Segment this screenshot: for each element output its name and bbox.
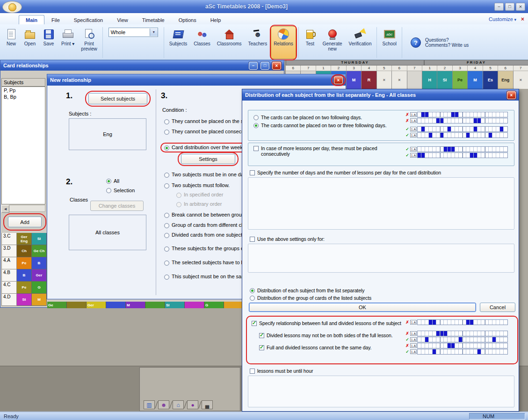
condition-option[interactable]: They cannot be placed on the s (164, 118, 244, 124)
timetable-card[interactable] (106, 302, 126, 308)
close-icon[interactable] (507, 91, 516, 99)
radio-cards-cannot-two-three-days[interactable]: The cards cannot be placed on two or thr… (253, 123, 387, 129)
timetable-card[interactable]: Ch (17, 245, 32, 257)
settings-button[interactable]: Settings (181, 154, 235, 164)
condition-option[interactable]: The selected subjects have to b (164, 260, 244, 266)
close-icon[interactable] (516, 3, 525, 11)
checkbox-full-divided-not-same-day[interactable]: Full and divided lessons cannot be the s… (259, 345, 371, 351)
classes-button[interactable]: Classes (191, 26, 213, 59)
teachers-button[interactable]: Teachers (246, 26, 270, 59)
timetable-card[interactable]: Pe (453, 71, 468, 89)
condition-option[interactable]: Break cannot be between group (164, 212, 245, 218)
timetable-card[interactable] (67, 302, 87, 308)
checkbox-divided-not-both-sides[interactable]: Divided lessons may not be on both sides… (259, 333, 393, 339)
print-button[interactable]: Print ▾ (58, 26, 77, 59)
timetable-card[interactable] (185, 302, 204, 308)
timetable-card[interactable]: M (468, 71, 483, 89)
checkbox-full-divided-relationship[interactable]: Specify relationship between full and di… (252, 320, 401, 326)
timetable-card[interactable]: Es (483, 71, 498, 89)
checkbox-use-above[interactable]: Use the above settings only for: (250, 236, 325, 242)
print-preview-button[interactable]: Print preview (78, 26, 100, 59)
view-selector-dropdown[interactable]: Whole (108, 28, 158, 37)
timetable-card[interactable]: Ger (32, 269, 47, 282)
condition-option[interactable]: In arbitrary order (176, 201, 222, 207)
app-logo-bell-icon[interactable] (2, 1, 22, 13)
save-button[interactable]: Save (40, 26, 58, 59)
timetable-card[interactable]: Pe (17, 257, 32, 269)
timetable-card[interactable]: R (362, 71, 376, 89)
timetable-card[interactable]: Ge Ch (32, 245, 47, 257)
scroll-left-icon[interactable] (1, 205, 9, 213)
condition-option[interactable]: Two subjects must be in one da (164, 172, 244, 178)
view-tab[interactable]: ⌂ (173, 400, 184, 409)
timetable-card[interactable]: M (126, 302, 145, 308)
condition-option[interactable]: Group of cards from different cl (164, 222, 242, 228)
checkbox-lessons-until-hour[interactable]: lessons must be until hour (250, 368, 313, 374)
view-tab[interactable]: ☻ (158, 400, 169, 409)
horizontal-scrollbar[interactable] (1, 205, 45, 212)
questions-button[interactable]: ?Questions? Comments? Write us (405, 26, 474, 59)
cancel-button[interactable]: Cancel (480, 303, 515, 312)
timetable-card[interactable]: Ger (87, 302, 106, 308)
checkbox-specify-days[interactable]: Specify the number of days and the numbe… (250, 170, 441, 176)
timetable-card[interactable] (145, 302, 165, 308)
radio-group-of-cards[interactable]: Distribution of the group of cards of th… (250, 295, 371, 301)
view-tab[interactable]: ▄ (202, 400, 213, 409)
condition-option[interactable]: They cannot be placed consecu (164, 129, 244, 135)
tab-specification[interactable]: Specification (67, 15, 110, 24)
radio-selection[interactable]: Selection (106, 188, 135, 194)
tab-view[interactable]: View (110, 15, 135, 24)
timetable-card[interactable]: × (514, 71, 528, 89)
verification-button[interactable]: Verification (346, 26, 375, 59)
timetable-card[interactable]: SI (437, 71, 452, 89)
condition-option[interactable]: These subjects for the groups o (164, 246, 244, 252)
maximize-icon[interactable] (505, 3, 514, 11)
menu-close-icon[interactable] (521, 16, 524, 22)
timetable-card[interactable]: Ge (47, 302, 67, 308)
condition-option[interactable]: Divided cards from one subject (164, 232, 242, 238)
minimize-icon[interactable] (249, 62, 258, 70)
close-icon[interactable] (272, 62, 281, 70)
timetable-card[interactable]: G (204, 302, 224, 308)
tab-file[interactable]: File (44, 15, 67, 24)
minimize-icon[interactable] (494, 3, 504, 11)
maximize-icon[interactable] (260, 62, 269, 70)
view-tab[interactable]: ▥ (144, 400, 155, 409)
timetable-card[interactable]: × (392, 71, 407, 89)
timetable-card[interactable]: Pe (17, 282, 32, 294)
school-button[interactable]: abcSchool (379, 26, 399, 59)
condition-option[interactable]: Card distribution over the week (164, 145, 243, 151)
subject-list-item[interactable]: P, Pp (2, 87, 45, 94)
subject-list-item[interactable]: B, Bp (2, 94, 45, 100)
radio-each-subject-separately[interactable]: Distribution of each subject from the li… (250, 288, 364, 294)
open-button[interactable]: Open (21, 26, 39, 59)
timetable-card[interactable]: B (32, 257, 47, 269)
timetable-card[interactable]: H (422, 71, 437, 89)
change-classes-button[interactable]: Change classes (90, 201, 144, 211)
timetable-card[interactable]: Sl (165, 302, 185, 308)
add-button[interactable]: Add (8, 217, 42, 227)
tab-main[interactable]: Main (19, 15, 44, 24)
timetable-card[interactable] (224, 302, 244, 308)
tab-timetable[interactable]: Timetable (135, 15, 172, 24)
customize-link[interactable]: Customize (489, 16, 516, 22)
timetable-card[interactable] (407, 71, 422, 89)
timetable-card[interactable]: Ger Eng (17, 233, 32, 245)
checkbox-consecutive[interactable]: In case of more lessons per day, these m… (253, 145, 401, 157)
condition-option[interactable]: Two subjects must follow. (164, 182, 230, 188)
new-button[interactable]: New (2, 26, 20, 59)
radio-all-classes[interactable]: All (106, 178, 119, 184)
timetable-card[interactable]: M (32, 294, 47, 306)
generate-new-button[interactable]: Generate new (320, 26, 345, 59)
timetable-card[interactable]: B (17, 269, 32, 282)
view-tab[interactable]: ● (187, 400, 198, 409)
timetable-card[interactable]: Eng (498, 71, 513, 89)
select-subjects-button[interactable]: Select subjects (88, 93, 147, 104)
timetable-card[interactable]: × (377, 71, 392, 89)
ok-button[interactable]: OK (249, 303, 476, 312)
relations-button[interactable]: Relations (271, 26, 296, 59)
timetable-card[interactable]: M (347, 71, 362, 89)
tab-options[interactable]: Options (172, 15, 203, 24)
classrooms-button[interactable]: Classrooms (214, 26, 245, 59)
test-button[interactable]: Test (301, 26, 319, 59)
